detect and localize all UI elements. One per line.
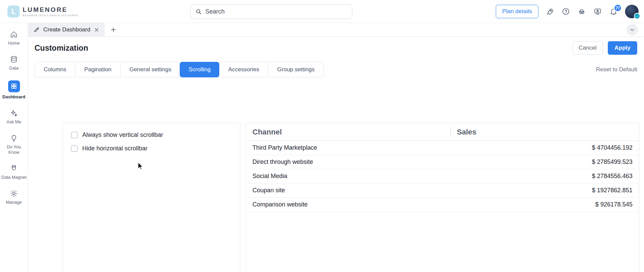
collapse-button[interactable] <box>626 24 638 35</box>
logo-text: LUMENORE <box>23 6 78 14</box>
tab-scrolling[interactable]: Scrolling <box>180 62 219 77</box>
checkbox-label: Hide horizontal scrollbar <box>82 145 148 152</box>
sidebar-item-label: Data <box>8 66 19 71</box>
lumenore-logo[interactable]: L LUMENORE BUSINESS INTELLIGENCE DELIVER… <box>7 5 78 18</box>
cell-channel: Coupan site <box>246 187 450 194</box>
sparkles-icon <box>10 109 18 117</box>
checkbox-vertical-scrollbar[interactable] <box>71 132 77 138</box>
sidebar-item-dashboard[interactable]: Dashboard <box>0 80 28 100</box>
column-header-sales[interactable]: Sales <box>451 128 476 137</box>
new-tab-button[interactable] <box>105 23 122 36</box>
sidebar-item-label: Do You Know <box>0 144 28 156</box>
checkbox-row-vertical-scrollbar[interactable]: Always show vertical scrollbar <box>71 128 232 142</box>
document-tabstrip: Create Dashboard <box>28 23 644 37</box>
cell-channel: Comparison website <box>246 201 450 208</box>
scrolling-options-panel: Always show vertical scrollbar Hide hori… <box>63 123 240 272</box>
cell-sales: $ 4704456.192 <box>450 144 639 151</box>
checkbox-row-horizontal-scrollbar[interactable]: Hide horizontal scrollbar <box>71 142 232 155</box>
close-tab-icon[interactable] <box>94 27 99 32</box>
table-row: Social Media $ 2784556.463 <box>246 169 639 183</box>
doc-tab-label: Create Dashboard <box>43 26 90 33</box>
plus-icon <box>110 27 116 33</box>
database-icon <box>10 55 18 64</box>
notification-count-badge: 77 <box>614 4 622 12</box>
sidebar-item-data-magnet[interactable]: Data Magnet <box>0 165 28 180</box>
tab-pagination[interactable]: Pagination <box>75 62 120 77</box>
logo-tagline: BUSINESS INTELLIGENCE DELIVERED <box>23 14 78 17</box>
tab-columns[interactable]: Columns <box>35 62 75 77</box>
table-row: Direct through website $ 2785499.523 <box>246 155 639 169</box>
cancel-button[interactable]: Cancel <box>572 41 603 55</box>
cell-sales: $ 1927862.851 <box>450 187 639 194</box>
preview-table-panel: Channel Sales Third Party Marketplace $ … <box>246 123 639 272</box>
help-icon[interactable] <box>561 7 570 16</box>
table-row: Third Party Marketplace $ 4704456.192 <box>246 141 639 155</box>
incognito-icon[interactable] <box>577 7 586 16</box>
cell-sales: $ 2784556.463 <box>450 173 639 180</box>
page-title: Customization <box>35 44 88 53</box>
tab-create-dashboard[interactable]: Create Dashboard <box>28 23 105 36</box>
check-badge-icon <box>634 13 640 19</box>
topbar-actions: Plan details <box>496 0 639 23</box>
sidebar-item-label: Home <box>7 41 21 46</box>
checkbox-label: Always show vertical scrollbar <box>82 131 163 139</box>
sidebar-item-label: Ask Me <box>6 119 22 125</box>
sidebar-item-do-you-know[interactable]: Do You Know <box>0 134 28 156</box>
grid-icon <box>8 80 20 92</box>
tab-general-settings[interactable]: General settings <box>120 62 180 77</box>
search-box[interactable] <box>191 4 352 19</box>
rocket-icon[interactable] <box>546 7 554 16</box>
gear-icon <box>10 190 18 198</box>
search-icon <box>196 8 202 15</box>
cell-channel: Social Media <box>246 173 450 180</box>
lightbulb-icon <box>10 134 18 142</box>
logo-mark-icon: L <box>7 5 20 18</box>
table-row: Comparison website $ 926178.545 <box>246 198 639 212</box>
sidebar: Home Data Dashboard Ask Me <box>0 23 28 272</box>
page-header: Customization Cancel Apply <box>28 37 644 59</box>
settings-tab-group: Columns Pagination General settings Scro… <box>35 62 324 77</box>
sidebar-item-home[interactable]: Home <box>0 30 28 46</box>
cell-sales: $ 2785499.523 <box>450 158 639 166</box>
home-icon <box>10 30 18 39</box>
apply-button[interactable]: Apply <box>608 41 637 55</box>
plan-details-button[interactable]: Plan details <box>496 5 538 18</box>
cell-channel: Direct through website <box>246 158 450 166</box>
notification-bell-icon[interactable]: 77 <box>609 7 618 16</box>
magnet-icon <box>10 165 18 173</box>
sidebar-item-data[interactable]: Data <box>0 55 28 71</box>
topbar: L LUMENORE BUSINESS INTELLIGENCE DELIVER… <box>0 0 644 23</box>
cell-channel: Third Party Marketplace <box>246 144 450 151</box>
table-row: Coupan site $ 1927862.851 <box>246 183 639 198</box>
tab-accessories[interactable]: Accessories <box>219 62 268 77</box>
settings-tabs-row: Columns Pagination General settings Scro… <box>28 62 644 77</box>
main-content: Customization Cancel Apply Columns Pagin… <box>28 37 644 272</box>
reset-to-default-link[interactable]: Reset to Default <box>596 66 637 73</box>
feedback-icon[interactable] <box>593 7 602 16</box>
checkbox-horizontal-scrollbar[interactable] <box>71 145 77 152</box>
search-input[interactable] <box>205 8 347 15</box>
sidebar-item-label: Manage <box>5 200 23 205</box>
sidebar-item-ask-me[interactable]: Ask Me <box>0 109 28 125</box>
sidebar-item-label: Data Magnet <box>1 175 27 180</box>
sidebar-item-label: Dashboard <box>2 94 26 100</box>
tab-group-settings[interactable]: Group settings <box>268 62 324 77</box>
chevron-down-icon <box>629 27 635 32</box>
pencil-icon <box>34 27 40 33</box>
avatar[interactable] <box>625 5 639 18</box>
column-header-channel[interactable]: Channel <box>246 128 450 137</box>
cell-sales: $ 926178.545 <box>450 201 639 208</box>
sidebar-item-manage[interactable]: Manage <box>0 190 28 205</box>
table-header: Channel Sales <box>246 123 639 141</box>
scrolling-settings-content: Always show vertical scrollbar Hide hori… <box>63 123 639 272</box>
